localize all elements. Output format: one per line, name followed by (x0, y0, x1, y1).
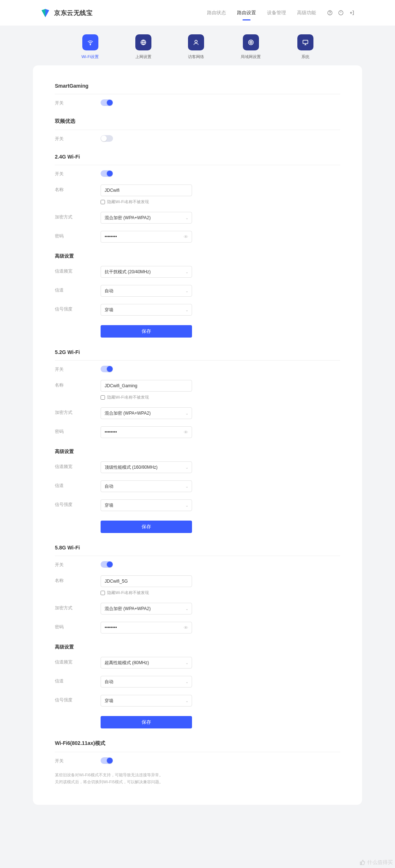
hide-ssid-label: 隐藏Wi-Fi名称不被发现 (107, 395, 149, 400)
wifi52-name-input[interactable] (101, 380, 192, 392)
channel-label: 信道 (55, 480, 101, 489)
wifi58-bandwidth-select[interactable]: 超高性能模式 (80MHz)⌄ (101, 657, 192, 669)
settings-card: SmartGaming 开关 双频优选 开关 2.4G Wi-Fi 开关 名称 … (33, 65, 362, 805)
subtab-label: 上网设置 (135, 54, 151, 60)
wifi52-bandwidth-select[interactable]: 顶级性能模式 (160/80MHz)⌄ (101, 461, 192, 473)
nav-device-management[interactable]: 设备管理 (267, 6, 286, 20)
switch-label: 开关 (55, 169, 101, 177)
subtab-system[interactable]: 系统 (297, 34, 313, 60)
wifi58-signal-select[interactable]: 穿墙⌄ (101, 695, 192, 707)
switch-label: 开关 (55, 756, 101, 764)
wifi24-encryption-select[interactable]: 混合加密 (WPA+WPA2)⌄ (101, 212, 192, 224)
signal-label: 信号强度 (55, 499, 101, 508)
wifi58-password-input[interactable] (101, 622, 192, 633)
wifi58-encryption-select[interactable]: 混合加密 (WPA+WPA2)⌄ (101, 603, 192, 614)
globe-icon (135, 34, 151, 50)
name-label: 名称 (55, 184, 101, 193)
wifi24-toggle[interactable] (101, 170, 113, 177)
wifi24-name-input[interactable] (101, 184, 192, 196)
wifi24-save-button[interactable]: 保存 (101, 325, 192, 338)
wifi58-toggle[interactable] (101, 561, 113, 568)
switch-label: 开关 (55, 560, 101, 568)
encryption-label: 加密方式 (55, 603, 101, 611)
name-label: 名称 (55, 380, 101, 388)
wifi58-hide-ssid-checkbox[interactable] (101, 591, 105, 595)
wifi58-channel-select[interactable]: 自动⌄ (101, 676, 192, 688)
logo-icon (40, 8, 50, 18)
signal-label: 信号强度 (55, 304, 101, 312)
subtab-internet-settings[interactable]: 上网设置 (135, 34, 151, 60)
header-action-icons (327, 10, 355, 16)
dualband-toggle[interactable] (101, 135, 113, 142)
eye-icon[interactable]: 👁 (184, 625, 188, 631)
section-title: SmartGaming (55, 83, 340, 94)
section-dualband: 双频优选 开关 (55, 111, 340, 147)
subtab-label: Wi-Fi设置 (82, 54, 99, 60)
section-title: 双频优选 (55, 118, 340, 130)
section-smartgaming: SmartGaming 开关 (55, 76, 340, 111)
switch-label: 开关 (55, 364, 101, 373)
wifi52-signal-select[interactable]: 穿墙⌄ (101, 499, 192, 511)
wifi24-signal-select[interactable]: 穿墙⌄ (101, 304, 192, 316)
section-title: 5.2G Wi-Fi (55, 349, 340, 361)
subtab-label: 系统 (301, 54, 309, 60)
wifi24-hide-ssid-checkbox[interactable] (101, 200, 105, 204)
chevron-down-icon: ⌄ (185, 465, 188, 469)
subtabs: Wi-Fi设置 上网设置 访客网络 局域网设置 系统 (0, 26, 395, 65)
wifi52-encryption-select[interactable]: 混合加密 (WPA+WPA2)⌄ (101, 407, 192, 419)
wifi58-save-button[interactable]: 保存 (101, 716, 192, 728)
subtab-lan-settings[interactable]: 局域网设置 (241, 34, 261, 60)
wifi58-name-input[interactable] (101, 575, 192, 587)
hide-ssid-label: 隐藏Wi-Fi名称不被发现 (107, 199, 149, 205)
advanced-heading: 高级设置 (55, 246, 340, 262)
nav-router-status[interactable]: 路由状态 (207, 6, 226, 20)
signal-label: 信号强度 (55, 695, 101, 703)
bandwidth-label: 信道频宽 (55, 657, 101, 665)
chevron-down-icon: ⌄ (185, 661, 188, 665)
svg-point-1 (330, 14, 330, 14)
switch-label: 开关 (55, 134, 101, 142)
wifi6-toggle[interactable] (101, 757, 113, 764)
nav-router-settings[interactable]: 路由设置 (237, 6, 256, 20)
top-nav: 路由状态 路由设置 设备管理 高级功能 (207, 6, 316, 20)
chevron-down-icon: ⌄ (185, 699, 188, 703)
logout-icon[interactable] (349, 10, 355, 16)
hide-ssid-label: 隐藏Wi-Fi名称不被发现 (107, 590, 149, 595)
wifi24-password-input[interactable] (101, 231, 192, 243)
subtab-label: 局域网设置 (241, 54, 261, 60)
wifi24-channel-select[interactable]: 自动⌄ (101, 285, 192, 297)
switch-label: 开关 (55, 98, 101, 106)
nav-advanced[interactable]: 高级功能 (297, 6, 316, 20)
chevron-down-icon: ⌄ (185, 607, 188, 611)
advanced-heading: 高级设置 (55, 442, 340, 458)
section-wifi24: 2.4G Wi-Fi 开关 名称 隐藏Wi-Fi名称不被发现 加密方式 混合加密… (55, 147, 340, 343)
bandwidth-label: 信道频宽 (55, 461, 101, 470)
section-wifi6: Wi-Fi6(802.11ax)模式 开关 某些旧设备对Wi-Fi6模式不支持，… (55, 734, 340, 787)
lan-icon (243, 34, 259, 50)
chevron-down-icon: ⌄ (185, 289, 188, 293)
section-title: Wi-Fi6(802.11ax)模式 (55, 740, 340, 752)
wifi24-bandwidth-select[interactable]: 抗干扰模式 (20/40MHz)⌄ (101, 266, 192, 278)
chevron-down-icon: ⌄ (185, 308, 188, 312)
wifi52-password-input[interactable] (101, 426, 192, 438)
guest-icon (188, 34, 204, 50)
section-title: 2.4G Wi-Fi (55, 154, 340, 165)
wifi52-channel-select[interactable]: 自动⌄ (101, 480, 192, 492)
subtab-label: 访客网络 (188, 54, 204, 60)
wifi52-toggle[interactable] (101, 366, 113, 372)
power-icon[interactable] (338, 10, 344, 16)
advanced-heading: 高级设置 (55, 637, 340, 653)
svg-point-10 (251, 42, 251, 43)
wifi52-save-button[interactable]: 保存 (101, 521, 192, 533)
chevron-down-icon: ⌄ (185, 270, 188, 274)
eye-icon[interactable]: 👁 (184, 430, 188, 435)
wifi6-note: 某些旧设备对Wi-Fi6模式不支持，可能导致无法连接等异常。 关闭该模式后，将会… (55, 772, 340, 785)
smartgaming-toggle[interactable] (101, 99, 113, 106)
help-icon[interactable] (327, 10, 333, 16)
subtab-wifi-settings[interactable]: Wi-Fi设置 (82, 34, 99, 60)
svg-rect-11 (303, 40, 308, 43)
eye-icon[interactable]: 👁 (184, 234, 188, 240)
wifi52-hide-ssid-checkbox[interactable] (101, 395, 105, 400)
brand-text: 京东云无线宝 (54, 9, 93, 17)
subtab-guest-network[interactable]: 访客网络 (188, 34, 204, 60)
